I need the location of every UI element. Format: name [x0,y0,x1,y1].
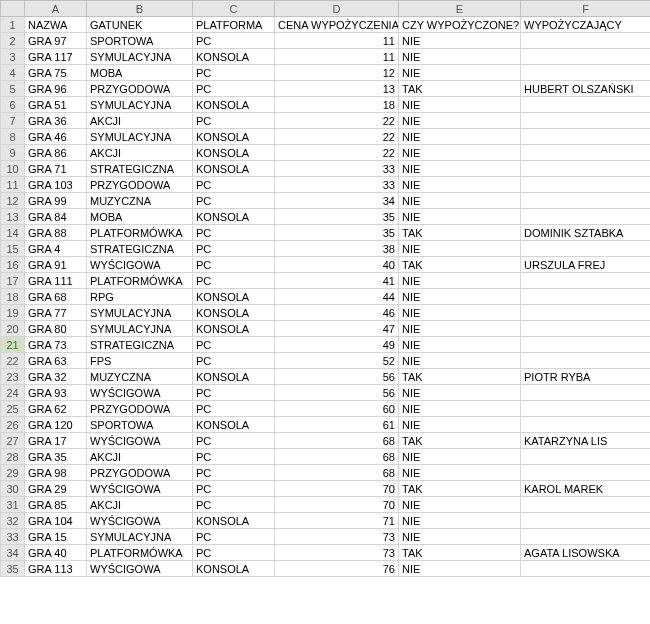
col-header-D[interactable]: D [275,1,399,17]
row-header[interactable]: 22 [1,353,25,369]
cell[interactable]: WYŚCIGOWA [87,433,193,449]
cell[interactable]: 73 [275,529,399,545]
cell[interactable]: PRZYGODOWA [87,177,193,193]
cell[interactable]: PC [193,273,275,289]
cell[interactable]: TAK [399,257,521,273]
cell[interactable] [521,273,651,289]
cell[interactable]: WYŚCIGOWA [87,481,193,497]
cell[interactable]: GRA 80 [25,321,87,337]
cell[interactable]: PC [193,337,275,353]
cell[interactable]: GATUNEK [87,17,193,33]
cell[interactable]: STRATEGICZNA [87,241,193,257]
cell[interactable]: NIE [399,305,521,321]
cell[interactable]: NIE [399,561,521,577]
cell[interactable] [521,497,651,513]
cell[interactable] [521,289,651,305]
cell[interactable] [521,129,651,145]
cell[interactable]: NIE [399,417,521,433]
cell[interactable]: MOBA [87,209,193,225]
row-header[interactable]: 32 [1,513,25,529]
cell[interactable]: GRA 111 [25,273,87,289]
row-header[interactable]: 29 [1,465,25,481]
cell[interactable]: 47 [275,321,399,337]
cell[interactable]: PC [193,401,275,417]
cell[interactable]: GRA 84 [25,209,87,225]
cell[interactable]: NIE [399,145,521,161]
row-header[interactable]: 4 [1,65,25,81]
cell[interactable]: NIE [399,529,521,545]
row-header[interactable]: 3 [1,49,25,65]
cell[interactable]: GRA 40 [25,545,87,561]
cell[interactable]: 60 [275,401,399,417]
row-header[interactable]: 16 [1,257,25,273]
cell[interactable]: GRA 51 [25,97,87,113]
cell[interactable]: PLATFORMÓWKA [87,273,193,289]
cell[interactable]: 44 [275,289,399,305]
cell[interactable]: URSZULA FREJ [521,257,651,273]
cell[interactable]: 11 [275,49,399,65]
cell[interactable] [521,465,651,481]
cell[interactable]: 12 [275,65,399,81]
row-header[interactable]: 27 [1,433,25,449]
cell[interactable]: NIE [399,65,521,81]
cell[interactable]: PIOTR RYBA [521,369,651,385]
cell[interactable]: PC [193,81,275,97]
cell[interactable]: PC [193,177,275,193]
cell[interactable]: GRA 91 [25,257,87,273]
row-header[interactable]: 21 [1,337,25,353]
cell[interactable]: GRA 29 [25,481,87,497]
cell[interactable]: PC [193,225,275,241]
cell[interactable]: GRA 113 [25,561,87,577]
cell[interactable]: WYŚCIGOWA [87,385,193,401]
cell[interactable]: AGATA LISOWSKA [521,545,651,561]
row-header[interactable]: 12 [1,193,25,209]
cell[interactable]: 18 [275,97,399,113]
cell[interactable]: WYPOŻYCZAJĄCY [521,17,651,33]
cell[interactable]: GRA 4 [25,241,87,257]
cell[interactable]: 46 [275,305,399,321]
cell[interactable]: KONSOLA [193,145,275,161]
cell[interactable]: GRA 117 [25,49,87,65]
cell[interactable]: GRA 15 [25,529,87,545]
cell[interactable]: 68 [275,433,399,449]
cell[interactable]: SYMULACYJNA [87,49,193,65]
cell[interactable]: PRZYGODOWA [87,401,193,417]
cell[interactable] [521,529,651,545]
cell[interactable]: AKCJI [87,497,193,513]
cell[interactable]: PC [193,497,275,513]
row-header[interactable]: 18 [1,289,25,305]
row-header[interactable]: 6 [1,97,25,113]
cell[interactable]: SYMULACYJNA [87,97,193,113]
cell[interactable]: PLATFORMÓWKA [87,225,193,241]
cell[interactable] [521,49,651,65]
cell[interactable]: KONSOLA [193,209,275,225]
cell[interactable] [521,417,651,433]
row-header[interactable]: 10 [1,161,25,177]
cell[interactable]: NIE [399,97,521,113]
cell[interactable]: DOMINIK SZTABKA [521,225,651,241]
cell[interactable]: CZY WYPOŻYCZONE? [399,17,521,33]
row-header[interactable]: 5 [1,81,25,97]
cell[interactable]: GRA 77 [25,305,87,321]
cell[interactable] [521,97,651,113]
cell[interactable]: PC [193,465,275,481]
cell[interactable] [521,305,651,321]
cell[interactable] [521,33,651,49]
cell[interactable]: NIE [399,289,521,305]
cell[interactable]: TAK [399,81,521,97]
cell[interactable]: PC [193,65,275,81]
cell[interactable]: KONSOLA [193,129,275,145]
col-header-C[interactable]: C [193,1,275,17]
row-header[interactable]: 11 [1,177,25,193]
cell[interactable]: GRA 88 [25,225,87,241]
cell[interactable]: NIE [399,449,521,465]
cell[interactable] [521,65,651,81]
cell[interactable]: PC [193,257,275,273]
cell[interactable]: KONSOLA [193,417,275,433]
cell[interactable]: WYŚCIGOWA [87,561,193,577]
cell[interactable]: PC [193,193,275,209]
cell[interactable]: NIE [399,337,521,353]
cell[interactable] [521,113,651,129]
cell[interactable]: NIE [399,113,521,129]
cell[interactable]: NIE [399,241,521,257]
